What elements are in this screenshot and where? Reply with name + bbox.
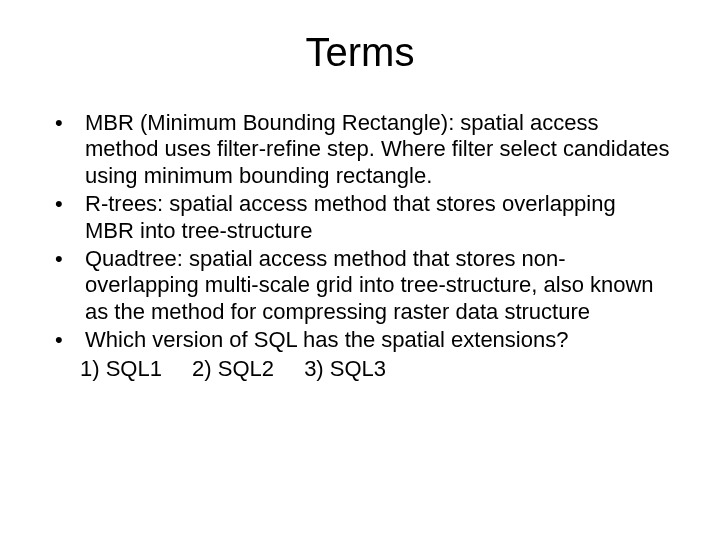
slide-title: Terms xyxy=(50,30,670,75)
option-3: 3) SQL3 xyxy=(304,356,386,381)
bullet-text: Quadtree: spatial access method that sto… xyxy=(85,246,670,325)
bullet-marker: • xyxy=(50,191,85,244)
slide: Terms • MBR (Minimum Bounding Rectangle)… xyxy=(0,0,720,540)
bullet-text: Which version of SQL has the spatial ext… xyxy=(85,327,670,353)
option-2: 2) SQL2 xyxy=(192,356,274,381)
bullet-marker: • xyxy=(50,110,85,189)
bullet-text: MBR (Minimum Bounding Rectangle): spatia… xyxy=(85,110,670,189)
bullet-item: • MBR (Minimum Bounding Rectangle): spat… xyxy=(50,110,670,189)
option-1: 1) SQL1 xyxy=(80,356,162,381)
bullet-item: • R-trees: spatial access method that st… xyxy=(50,191,670,244)
bullet-marker: • xyxy=(50,246,85,325)
bullet-item: • Which version of SQL has the spatial e… xyxy=(50,327,670,353)
slide-body: • MBR (Minimum Bounding Rectangle): spat… xyxy=(50,110,670,382)
answer-options: 1) SQL1 2) SQL2 3) SQL3 xyxy=(80,356,670,382)
bullet-text: R-trees: spatial access method that stor… xyxy=(85,191,670,244)
bullet-item: • Quadtree: spatial access method that s… xyxy=(50,246,670,325)
bullet-marker: • xyxy=(50,327,85,353)
